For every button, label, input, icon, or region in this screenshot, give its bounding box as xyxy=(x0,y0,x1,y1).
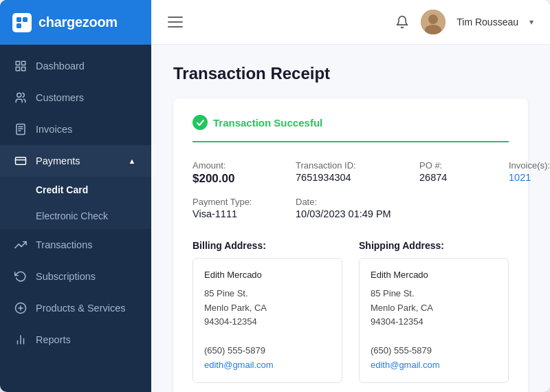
transaction-id-value: 7651934304 xyxy=(296,172,419,193)
dashboard-icon xyxy=(14,59,28,73)
shipping-email[interactable]: edith@gmail.com xyxy=(371,358,497,373)
user-menu-caret-icon[interactable]: ▾ xyxy=(529,17,534,27)
svg-rect-3 xyxy=(23,23,28,28)
sidebar: chargezoom Dashboard Customers xyxy=(0,0,151,392)
date-label: Date: xyxy=(296,193,419,208)
sidebar-item-payments[interactable]: Payments ▲ xyxy=(0,145,151,177)
sidebar-item-subscriptions-label: Subscriptions xyxy=(36,271,138,282)
svg-point-8 xyxy=(17,93,21,97)
logo-icon xyxy=(12,13,32,32)
shipping-address-block: Shipping Address: Edith Mercado 85 Pine … xyxy=(359,240,509,383)
sidebar-item-customers-label: Customers xyxy=(36,92,138,103)
svg-rect-5 xyxy=(22,61,25,65)
shipping-address2: Menlo Park, CA xyxy=(371,301,497,316)
sidebar-item-reports-label: Reports xyxy=(36,334,138,345)
hamburger-menu[interactable] xyxy=(168,17,183,28)
shipping-name: Edith Mercado xyxy=(371,268,497,283)
payment-type-label: Payment Type: xyxy=(192,193,296,208)
billing-email[interactable]: edith@gmail.com xyxy=(204,358,331,373)
status-banner: Transaction Succesful xyxy=(192,115,509,142)
topbar: Tim Rousseau ▾ xyxy=(151,0,550,45)
receipt-fields: Amount: Transaction ID: PO #: Invoice(s)… xyxy=(192,156,509,226)
billing-address-block: Billing Address: Edith Mercado 85 Pine S… xyxy=(192,240,342,383)
logo-area: chargezoom xyxy=(0,0,151,45)
invoices-icon xyxy=(14,122,28,136)
billing-phone: (650) 555-5879 xyxy=(204,344,331,358)
logo-text: chargezoom xyxy=(38,14,118,30)
payments-chevron-icon: ▲ xyxy=(126,155,138,166)
date-value: 10/03/2023 01:49 PM xyxy=(296,208,419,226)
billing-title: Billing Address: xyxy=(192,240,342,251)
svg-rect-13 xyxy=(16,157,26,165)
shipping-address1: 85 Pine St. xyxy=(371,287,497,301)
svg-rect-0 xyxy=(16,17,21,22)
success-check-icon xyxy=(192,115,208,130)
status-text: Transaction Succesful xyxy=(213,117,322,129)
sidebar-item-subscriptions[interactable]: Subscriptions xyxy=(0,261,151,292)
page-content: Transaction Receipt Transaction Succesfu… xyxy=(151,45,550,392)
amount-label: Amount: xyxy=(192,156,296,172)
hamburger-line-3 xyxy=(168,26,183,28)
subscriptions-icon xyxy=(14,270,28,283)
transaction-id-label: Transaction ID: xyxy=(296,156,419,172)
po-label: PO #: xyxy=(419,156,509,172)
svg-point-22 xyxy=(428,14,438,24)
sidebar-item-transactions-label: Transactions xyxy=(36,239,138,250)
shipping-zip: 94304-12354 xyxy=(371,315,497,329)
shipping-address-card: Edith Mercado 85 Pine St. Menlo Park, CA… xyxy=(359,258,509,383)
shipping-phone: (650) 555-5879 xyxy=(371,344,497,358)
customers-icon xyxy=(14,91,28,105)
svg-rect-7 xyxy=(22,67,25,71)
billing-zip: 94304-12354 xyxy=(204,315,331,329)
receipt-card: Transaction Succesful Amount: Transactio… xyxy=(173,98,528,392)
sidebar-item-invoices[interactable]: Invoices xyxy=(0,113,151,145)
payment-type-value: Visa-1111 xyxy=(192,208,296,226)
hamburger-line-1 xyxy=(168,17,183,18)
invoices-label: Invoice(s): xyxy=(509,156,550,172)
transactions-icon xyxy=(14,238,28,252)
products-icon xyxy=(14,301,28,315)
hamburger-line-2 xyxy=(168,21,183,23)
billing-address1: 85 Pine St. xyxy=(204,287,331,301)
billing-address-card: Edith Mercado 85 Pine St. Menlo Park, CA… xyxy=(192,258,342,383)
main-content: Tim Rousseau ▾ Transaction Receipt Trans… xyxy=(151,0,550,392)
billing-address2: Menlo Park, CA xyxy=(204,301,331,316)
avatar[interactable] xyxy=(421,10,446,34)
shipping-title: Shipping Address: xyxy=(359,240,509,251)
sidebar-item-dashboard-label: Dashboard xyxy=(36,61,138,72)
address-section: Billing Address: Edith Mercado 85 Pine S… xyxy=(192,240,509,383)
sidebar-item-customers[interactable]: Customers xyxy=(0,82,151,113)
billing-name: Edith Mercado xyxy=(204,268,331,283)
svg-rect-2 xyxy=(16,23,21,28)
empty-label-3 xyxy=(419,193,509,208)
username-label: Tim Rousseau xyxy=(456,17,518,28)
reports-icon xyxy=(14,333,28,347)
invoices-value[interactable]: 1021 xyxy=(509,172,550,193)
empty-label-4 xyxy=(509,193,550,208)
payments-submenu: Credit Card Electronic Check xyxy=(0,177,151,229)
sidebar-item-products[interactable]: Products & Services xyxy=(0,292,151,324)
sidebar-item-dashboard[interactable]: Dashboard xyxy=(0,50,151,82)
po-value: 26874 xyxy=(419,172,509,193)
credit-card-label: Credit Card xyxy=(36,184,88,195)
sidebar-item-electronic-check[interactable]: Electronic Check xyxy=(0,203,151,229)
page-title: Transaction Receipt xyxy=(173,64,528,83)
electronic-check-label: Electronic Check xyxy=(36,210,108,221)
svg-rect-4 xyxy=(16,61,19,65)
topbar-right: Tim Rousseau ▾ xyxy=(395,10,534,34)
sidebar-item-transactions[interactable]: Transactions xyxy=(0,229,151,261)
sidebar-item-reports[interactable]: Reports xyxy=(0,324,151,356)
sidebar-nav: Dashboard Customers Invoices xyxy=(0,45,151,392)
payments-icon xyxy=(14,154,28,168)
sidebar-item-products-label: Products & Services xyxy=(36,303,138,314)
amount-value: $200.00 xyxy=(192,172,296,193)
sidebar-item-credit-card[interactable]: Credit Card xyxy=(0,177,151,203)
svg-rect-1 xyxy=(23,17,28,22)
notifications-bell-icon[interactable] xyxy=(395,14,410,30)
svg-rect-6 xyxy=(16,67,19,71)
sidebar-item-payments-label: Payments xyxy=(36,155,118,166)
sidebar-item-invoices-label: Invoices xyxy=(36,124,138,135)
